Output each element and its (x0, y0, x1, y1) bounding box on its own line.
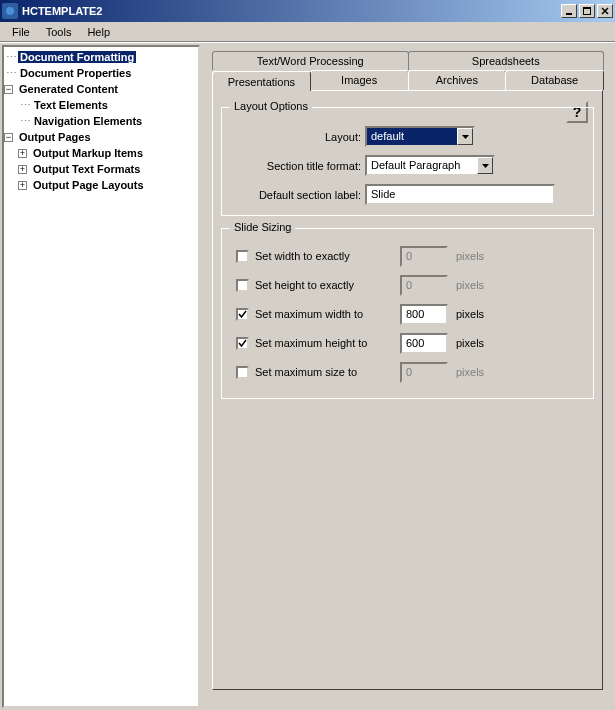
sizing-label: Set maximum height to (255, 337, 400, 349)
sizing-row: Set maximum height to600pixels (236, 332, 585, 354)
expand-icon[interactable]: + (18, 149, 27, 158)
tree-generated-content[interactable]: −Generated Content (4, 81, 198, 97)
menu-tools[interactable]: Tools (38, 24, 80, 40)
sizing-label: Set maximum width to (255, 308, 400, 320)
sizing-unit: pixels (456, 250, 484, 262)
tab-archives[interactable]: Archives (408, 70, 507, 90)
collapse-icon[interactable]: − (4, 133, 13, 142)
sizing-row: Set maximum size to0pixels (236, 361, 585, 383)
tree-output-pages[interactable]: −Output Pages (4, 129, 198, 145)
checkbox[interactable] (236, 337, 249, 350)
menu-help[interactable]: Help (79, 24, 118, 40)
tab-images[interactable]: Images (310, 70, 409, 90)
sizing-row: Set height to exactly0pixels (236, 274, 585, 296)
tree-text-elements[interactable]: ⋯Text Elements (4, 97, 198, 113)
sizing-value-input[interactable]: 800 (400, 304, 448, 325)
maximize-button[interactable] (579, 4, 595, 18)
layout-select[interactable]: default (365, 126, 475, 147)
checkbox[interactable] (236, 308, 249, 321)
section-title-select[interactable]: Default Paragraph (365, 155, 495, 176)
sizing-value-input: 0 (400, 362, 448, 383)
chevron-down-icon[interactable] (477, 157, 493, 174)
svg-point-0 (6, 7, 14, 15)
layout-label: Layout: (230, 131, 365, 143)
tab-body: ? Layout Options Layout: default Section… (212, 90, 603, 690)
sizing-row: Set width to exactly0pixels (236, 245, 585, 267)
menu-file[interactable]: File (4, 24, 38, 40)
tree-doc-properties[interactable]: ⋯Document Properties (4, 65, 198, 81)
tab-textword[interactable]: Text/Word Processing (212, 51, 409, 70)
sizing-unit: pixels (456, 337, 484, 349)
tab-database[interactable]: Database (505, 70, 604, 90)
sizing-unit: pixels (456, 366, 484, 378)
titlebar: HCTEMPLATE2 (0, 0, 615, 22)
checkbox[interactable] (236, 279, 249, 292)
default-section-input[interactable]: Slide (365, 184, 555, 205)
sizing-value-input: 0 (400, 275, 448, 296)
checkbox[interactable] (236, 250, 249, 263)
tree-navigation-elements[interactable]: ⋯Navigation Elements (4, 113, 198, 129)
tab-presentations[interactable]: Presentations (212, 71, 311, 91)
expand-icon[interactable]: + (18, 181, 27, 190)
tab-spreadsheets[interactable]: Spreadsheets (408, 51, 605, 70)
sizing-unit: pixels (456, 279, 484, 291)
tree-doc-formatting[interactable]: ⋯Document Formatting (4, 49, 198, 65)
sizing-label: Set width to exactly (255, 250, 400, 262)
layout-options-legend: Layout Options (230, 100, 312, 112)
tree-output-markup[interactable]: +Output Markup Items (4, 145, 198, 161)
svg-rect-3 (583, 7, 591, 9)
default-section-label: Default section label: (230, 189, 365, 201)
checkbox[interactable] (236, 366, 249, 379)
sizing-label: Set height to exactly (255, 279, 400, 291)
tree-output-page-layouts[interactable]: +Output Page Layouts (4, 177, 198, 193)
chevron-down-icon[interactable] (457, 128, 473, 145)
content-panel: Text/Word Processing Spreadsheets Presen… (202, 45, 613, 708)
tree-panel: ⋯Document Formatting ⋯Document Propertie… (2, 45, 200, 708)
menubar: File Tools Help (0, 22, 615, 42)
sizing-value-input: 0 (400, 246, 448, 267)
layout-options-group: Layout Options Layout: default Section t… (221, 107, 594, 216)
sizing-value-input[interactable]: 600 (400, 333, 448, 354)
sizing-unit: pixels (456, 308, 484, 320)
svg-rect-1 (566, 13, 572, 15)
sizing-row: Set maximum width to800pixels (236, 303, 585, 325)
section-title-label: Section title format: (230, 160, 365, 172)
minimize-button[interactable] (561, 4, 577, 18)
expand-icon[interactable]: + (18, 165, 27, 174)
collapse-icon[interactable]: − (4, 85, 13, 94)
slide-sizing-group: Slide Sizing Set width to exactly0pixels… (221, 228, 594, 399)
window-title: HCTEMPLATE2 (22, 5, 561, 17)
slide-sizing-legend: Slide Sizing (230, 221, 295, 233)
close-button[interactable] (597, 4, 613, 18)
app-icon (2, 3, 18, 19)
sizing-label: Set maximum size to (255, 366, 400, 378)
tree-output-text-formats[interactable]: +Output Text Formats (4, 161, 198, 177)
